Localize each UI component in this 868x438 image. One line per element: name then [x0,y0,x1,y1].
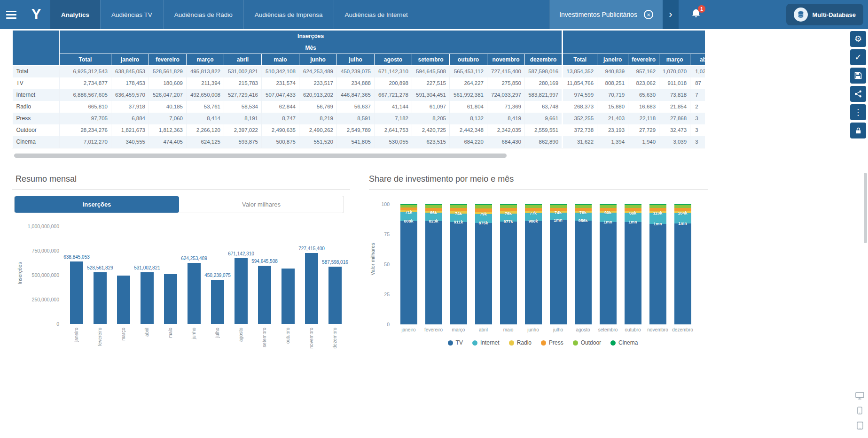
stack-segment-outdoor-setembro[interactable] [600,205,617,208]
nav-item-audiencias-de-imprensa[interactable]: Audiências de Imprensa [243,0,334,29]
tablet-preview-button[interactable] [857,422,863,431]
measure-tab-insercoes[interactable]: Inserções [15,196,179,213]
bar-abril[interactable] [141,272,154,324]
stack-segment-cinema-junho[interactable] [525,204,542,205]
stack-segment-outdoor-novembro[interactable] [649,205,666,208]
column-header-dezembro[interactable]: dezembro [525,54,563,66]
settings-button[interactable]: ⚙ [850,31,866,47]
stack-segment-outdoor-dezembro[interactable] [674,205,691,208]
notifications-button[interactable]: 1 [679,0,713,29]
chevron-right-icon[interactable]: › [663,0,679,29]
stack-segment-cinema-julho[interactable] [550,204,567,205]
database-selector[interactable]: Multi-Database [786,4,863,25]
table-cell: 624,253,489 [299,66,337,77]
stack-segment-outdoor-abril[interactable] [475,205,492,208]
stack-segment-cinema-novembro[interactable] [649,204,666,205]
more-button[interactable]: ⋮ [850,104,866,120]
close-icon[interactable]: × [644,10,653,19]
nav-item-audiencias-tv[interactable]: Audiências TV [100,0,163,29]
legend-item-press[interactable]: Press [541,339,563,346]
bar-fevereiro[interactable] [94,272,107,324]
bar-agosto[interactable] [235,258,248,324]
mobile-preview-button[interactable] [857,407,862,416]
bar-marco[interactable] [117,276,130,324]
column-header-outubro[interactable]: outubro [450,54,487,66]
column-header-fevereiro-2[interactable]: fevereiro [628,54,659,66]
column-header-fevereiro[interactable]: fevereiro [149,54,187,66]
stack-segment-tv-marco[interactable] [450,222,467,324]
stack-segment-tv-abril[interactable] [475,223,492,324]
bar-julho[interactable] [211,280,224,324]
column-header-marco[interactable]: março [187,54,224,66]
bar-outubro[interactable] [282,269,295,324]
legend-item-tv[interactable]: TV [448,339,463,346]
column-header-total-2[interactable]: Total [563,54,597,66]
stack-segment-tv-maio[interactable] [500,222,517,324]
bar-janeiro[interactable] [70,261,83,324]
stack-segment-tv-junho[interactable] [525,221,542,324]
stack-segment-tv-agosto[interactable] [575,221,592,324]
stack-segment-tv-dezembro[interactable] [674,223,691,324]
save-button[interactable] [850,68,866,84]
confirm-button[interactable]: ✓ [850,49,866,65]
stack-segment-tv-setembro[interactable] [600,222,617,324]
table-cell: 7,060 [149,113,187,124]
column-header-total[interactable]: Total [60,54,111,66]
desktop-preview-button[interactable] [855,392,864,401]
stack-segment-cinema-dezembro[interactable] [674,204,691,205]
lock-button[interactable] [850,123,866,138]
stack-segment-cinema-agosto[interactable] [575,204,592,205]
table-cell: 823,062 [628,77,659,89]
stack-segment-cinema-abril[interactable] [475,204,492,205]
column-header-abril[interactable]: abril [224,54,262,66]
stack-segment-tv-fevereiro[interactable] [425,221,442,324]
stack-segment-outdoor-fevereiro[interactable] [425,205,442,208]
stack-segment-tv-janeiro[interactable] [400,221,417,324]
stack-segment-outdoor-agosto[interactable] [575,205,592,208]
nav-item-audiencias-de-radio[interactable]: Audiências de Rádio [163,0,243,29]
column-header-agosto[interactable]: agosto [375,54,412,66]
stack-segment-tv-novembro[interactable] [649,224,666,324]
stack-segment-outdoor-janeiro[interactable] [400,204,417,207]
stack-segment-outdoor-junho[interactable] [525,205,542,208]
column-header-janeiro-2[interactable]: janeiro [597,54,628,66]
stack-segment-tv-outubro[interactable] [625,222,641,324]
column-header-setembro[interactable]: setembro [412,54,450,66]
app-logo[interactable]: Y [23,0,50,29]
column-header-novembro[interactable]: novembro [487,54,525,66]
column-header-abril-2[interactable]: abril [690,54,705,66]
column-header-junho[interactable]: junho [299,54,337,66]
stack-segment-outdoor-outubro[interactable] [625,205,641,208]
hamburger-menu-icon[interactable] [0,0,23,29]
pivot-table-container[interactable]: InserçõesMêsTotaljaneirofevereiromarçoab… [12,30,705,148]
tab-investimentos-publicitarios[interactable]: Investimentos Publicitários × [549,0,663,29]
stack-segment-outdoor-maio[interactable] [500,205,517,208]
stack-segment-tv-julho[interactable] [550,220,567,324]
column-header-marco-2[interactable]: março [659,54,690,66]
stack-segment-cinema-maio[interactable] [500,204,517,205]
stack-segment-cinema-marco[interactable] [450,204,467,205]
legend-item-cinema[interactable]: Cinema [610,339,638,346]
legend-item-radio[interactable]: Radio [509,339,532,346]
table-cell: 2,641,753 [375,124,412,136]
column-header-julho[interactable]: julho [337,54,375,66]
column-header-janeiro[interactable]: janeiro [111,54,149,66]
measure-tab-valor-milhares[interactable]: Valor milhares [179,196,344,213]
nav-item-analytics[interactable]: Analytics [50,0,100,29]
legend-item-outdoor[interactable]: Outdoor [573,339,601,346]
share-button[interactable] [850,86,866,102]
column-header-maio[interactable]: maio [262,54,299,66]
stack-segment-outdoor-marco[interactable] [450,205,467,208]
bar-junho[interactable] [188,263,201,324]
bar-dezembro[interactable] [328,267,342,324]
stack-segment-cinema-outubro[interactable] [625,204,641,205]
bar-setembro[interactable] [258,266,271,324]
bar-maio[interactable] [164,274,177,324]
nav-item-audiencias-de-internet[interactable]: Audiências de Internet [334,0,419,29]
stack-segment-outdoor-julho[interactable] [550,205,567,208]
stack-segment-cinema-fevereiro[interactable] [425,204,442,205]
horizontal-scrollbar[interactable] [14,154,507,158]
stack-segment-cinema-setembro[interactable] [600,204,617,205]
legend-item-internet[interactable]: Internet [472,339,500,346]
vertical-scrollbar[interactable] [864,173,867,243]
